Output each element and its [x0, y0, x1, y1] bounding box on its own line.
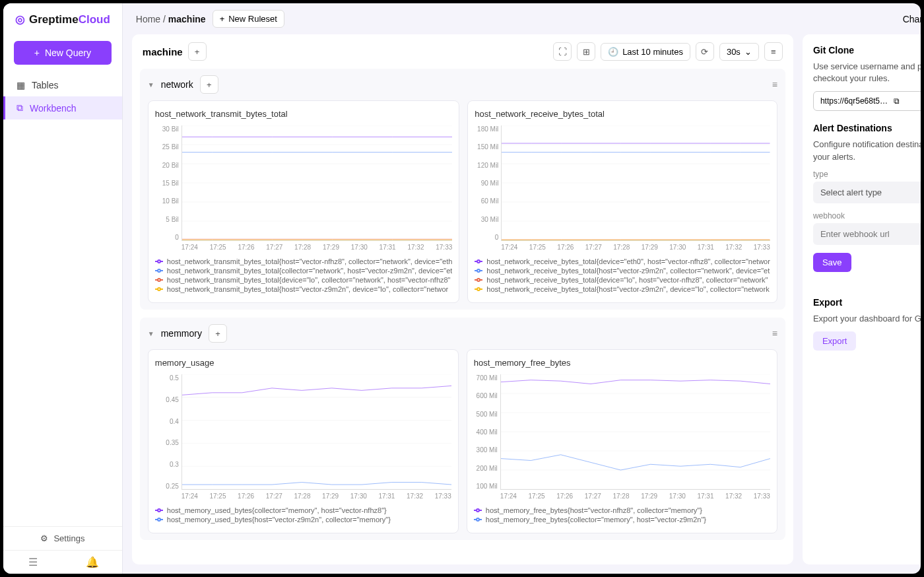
nav: ▦ Tables ⧉ Workbench	[3, 74, 122, 526]
group-title: network	[161, 79, 193, 90]
legend: host_memory_used_bytes{collector="memory…	[155, 506, 451, 524]
menu-icon[interactable]: ☰	[3, 551, 63, 574]
chart-view-label: Chart View	[903, 14, 921, 24]
y-axis: 0.50.450.40.350.30.25	[155, 374, 182, 490]
legend-item[interactable]: host_network_receive_bytes_total{host="v…	[475, 267, 770, 275]
git-url-box[interactable]: https://6qr5e68t5wpn.us-west-2.aws.grept…	[813, 91, 921, 111]
add-panel-button[interactable]: +	[188, 42, 207, 61]
legend-item[interactable]: host_network_transmit_bytes_total{host="…	[155, 285, 453, 293]
save-button[interactable]: Save	[813, 253, 851, 272]
legend-item[interactable]: host_memory_used_bytes{host="vector-z9m2…	[155, 516, 451, 524]
menu-icon[interactable]: ≡	[772, 79, 777, 90]
plot-area[interactable]	[182, 125, 453, 241]
plot-area[interactable]	[500, 374, 770, 490]
legend: host_memory_free_bytes{host="vector-nfhz…	[474, 506, 770, 524]
workbench-icon: ⧉	[16, 102, 23, 114]
webhook-input[interactable]	[813, 223, 921, 245]
group-title: memmory	[161, 328, 202, 339]
git-clone-desc: Use service username and password to che…	[813, 61, 921, 85]
new-ruleset-button[interactable]: + New Ruleset	[213, 10, 284, 28]
refresh-icon[interactable]: ⟳	[696, 42, 714, 61]
tables-icon: ▦	[16, 80, 25, 90]
settings-button[interactable]: ⚙ Settings	[3, 527, 122, 550]
plot-area[interactable]	[501, 125, 770, 241]
x-axis: 17:2417:2517:2617:2717:2817:2917:3017:31…	[501, 244, 770, 251]
git-clone-title: Git Clone	[813, 45, 921, 55]
legend-item[interactable]: host_memory_free_bytes{collector="memory…	[474, 516, 770, 524]
menu-icon[interactable]: ≡	[772, 328, 777, 339]
alert-type-select[interactable]: Select alert type ⌄	[813, 182, 921, 203]
x-axis: 17:2417:2517:2617:2717:2817:2917:3017:31…	[500, 492, 770, 500]
collapse-icon[interactable]: ▼	[148, 330, 154, 337]
logo-icon: ◎	[15, 13, 25, 26]
export-button[interactable]: Export	[813, 331, 857, 351]
fullscreen-icon[interactable]: ⛶	[553, 42, 572, 61]
y-axis: 180 Mil150 Mil120 Mil90 Mil60 Mil30 Mil0	[475, 125, 501, 241]
chart-panel: host_memory_free_bytes 700 Mil600 Mil500…	[467, 349, 777, 533]
chart-panel: memory_usage 0.50.450.40.350.30.25 17:24…	[148, 349, 459, 533]
dashboard: machine + ⛶ ⊞ 🕘 Last 10 minutes ⟳ 30s ⌄ …	[132, 34, 793, 564]
panel-title: host_network_transmit_bytes_total	[155, 109, 453, 119]
time-range-picker[interactable]: 🕘 Last 10 minutes	[601, 43, 690, 61]
panel-title: host_network_receive_bytes_total	[475, 109, 770, 119]
x-axis: 17:2417:2517:2617:2717:2817:2917:3017:31…	[182, 244, 453, 251]
clock-icon: 🕘	[608, 47, 618, 57]
plot-area[interactable]	[182, 374, 451, 490]
chevron-down-icon: ⌄	[744, 47, 752, 57]
legend-item[interactable]: host_memory_used_bytes{collector="memory…	[155, 506, 451, 514]
logo: ◎ GreptimeCloud	[3, 3, 122, 36]
export-desc: Export your dashboard for Grafana.	[813, 313, 921, 325]
webhook-label: webhook	[813, 211, 921, 221]
sidebar: ◎ GreptimeCloud + New Query ▦ Tables ⧉ W…	[3, 3, 123, 574]
legend: host_network_receive_bytes_total{device=…	[475, 257, 770, 293]
chart-panel: host_network_transmit_bytes_total 30 Bil…	[148, 100, 460, 303]
legend-item[interactable]: host_network_transmit_bytes_total{device…	[155, 276, 453, 284]
panel-title: host_memory_free_bytes	[474, 358, 770, 368]
legend-item[interactable]: host_network_receive_bytes_total{host="v…	[475, 285, 770, 293]
type-label: type	[813, 170, 921, 179]
breadcrumb-current: machine	[168, 14, 206, 24]
export-title: Export	[813, 297, 921, 308]
plus-icon: +	[34, 48, 40, 58]
bell-icon[interactable]: 🔔	[63, 551, 122, 574]
x-axis: 17:2417:2517:2617:2717:2817:2917:3017:31…	[182, 492, 451, 500]
copy-icon[interactable]: ⧉	[894, 96, 921, 106]
interval-picker[interactable]: 30s ⌄	[719, 43, 759, 61]
chart-panel: host_network_receive_bytes_total 180 Mil…	[467, 100, 777, 303]
legend-item[interactable]: host_network_receive_bytes_total{device=…	[475, 257, 770, 265]
alert-title: Alert Destinations	[813, 123, 921, 133]
gear-icon: ⚙	[40, 533, 48, 543]
sidebar-item-tables[interactable]: ▦ Tables	[3, 74, 122, 96]
grid-icon[interactable]: ⊞	[577, 42, 595, 61]
legend: host_network_transmit_bytes_total{host="…	[155, 257, 453, 293]
panel-title: memory_usage	[155, 358, 451, 368]
plus-icon: +	[220, 14, 225, 24]
y-axis: 700 Mil600 Mil500 Mil400 Mil300 Mil200 M…	[474, 374, 500, 490]
legend-item[interactable]: host_memory_free_bytes{host="vector-nfhz…	[474, 506, 770, 514]
panel-group: ▼ memmory + ≡ memory_usage 0.50.450.40.3…	[140, 318, 785, 540]
y-axis: 30 Bil25 Bil20 Bil15 Bil10 Bil5 Bil0	[155, 125, 182, 241]
panel-group: ▼ network + ≡ host_network_transmit_byte…	[140, 69, 785, 310]
legend-item[interactable]: host_network_receive_bytes_total{device=…	[475, 276, 770, 284]
legend-item[interactable]: host_network_transmit_bytes_total{collec…	[155, 267, 453, 275]
breadcrumb-home[interactable]: Home	[136, 14, 160, 24]
menu-icon[interactable]: ≡	[764, 42, 783, 61]
new-query-button[interactable]: + New Query	[14, 41, 112, 65]
collapse-icon[interactable]: ▼	[148, 81, 154, 88]
legend-item[interactable]: host_network_transmit_bytes_total{host="…	[155, 257, 453, 265]
alert-desc: Configure notification destinations for …	[813, 139, 921, 162]
topbar: Home / machine + New Ruleset Chart View	[123, 3, 921, 34]
dashboard-title: machine	[143, 46, 183, 57]
breadcrumb: Home / machine	[136, 14, 206, 24]
add-panel-button[interactable]: +	[200, 75, 218, 94]
right-panel: Git Clone Use service username and passw…	[803, 34, 921, 564]
sidebar-item-workbench[interactable]: ⧉ Workbench	[3, 96, 122, 119]
add-panel-button[interactable]: +	[209, 324, 227, 343]
